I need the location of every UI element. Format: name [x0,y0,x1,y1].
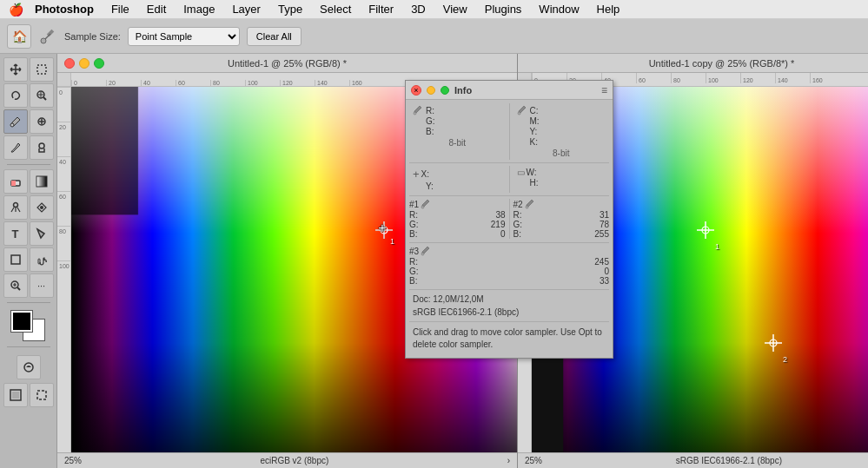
info-panel-title: Info [454,85,472,96]
info-divider-1 [509,103,510,160]
s2-g-label: G: [514,220,523,229]
menu-type[interactable]: Type [271,0,309,19]
menu-window[interactable]: Window [532,0,586,19]
pen-tool[interactable] [30,195,54,220]
brush-tool[interactable] [3,135,28,160]
info-close-button[interactable]: × [411,85,421,96]
menu-image[interactable]: Image [176,0,222,19]
info-rgb-section: R: G: B: 8-bit [409,103,506,160]
s1-r-label: R: [409,210,418,220]
path-selection-tool[interactable] [30,221,54,246]
shape-tool[interactable] [3,247,28,272]
gradient-tool[interactable] [30,169,54,194]
rect-icon: ▭ [517,168,525,177]
maximize-button-left[interactable] [94,58,104,69]
eyedropper-icon-1 [413,105,423,115]
s1-b-value: 0 [500,229,506,239]
svg-point-36 [518,112,520,115]
sampler-1-label: #1 [409,200,419,209]
info-y-label: Y: [530,127,538,136]
info-divider-3 [509,199,510,239]
spot-healing-tool[interactable] [30,109,54,134]
menu-filter[interactable]: Filter [361,0,401,19]
eyedropper-tool-icon[interactable] [38,27,57,46]
doc-left-zoom: 25% [64,456,82,465]
s1-b-label: B: [409,229,417,239]
main-area: T ··· [0,54,868,468]
zoom-tool[interactable] [3,274,28,298]
svg-point-11 [13,203,17,208]
menu-plugins[interactable]: Plugins [478,0,529,19]
svg-rect-10 [36,176,47,187]
info-y-label: Y: [426,181,434,191]
selection-tool[interactable] [30,57,54,82]
info-maximize-button[interactable] [441,86,449,95]
s3-g-label: G: [409,267,419,276]
hand-tool[interactable] [30,247,54,272]
info-x-label: X: [421,169,429,179]
menu-select[interactable]: Select [313,0,358,19]
s2-r-label: R: [514,210,522,220]
eyedropper-icon-s3 [421,246,431,256]
color-picker-area[interactable] [11,311,46,342]
menu-view[interactable]: View [436,0,474,19]
doc-left-titlebar: Untitled-1 @ 25% (RGB/8) * [57,54,517,73]
svg-point-5 [10,123,14,127]
foreground-color-swatch[interactable] [11,311,32,332]
doc-left-arrow[interactable]: › [507,456,510,465]
text-tool[interactable]: T [3,221,28,246]
eyedropper-icon-s2 [525,199,535,209]
artboard-tool[interactable] [30,383,54,407]
menu-file[interactable]: File [104,0,136,19]
canvas-area: Untitled-1 @ 25% (RGB/8) * 0 20 40 60 80… [57,54,868,468]
info-sampler-3-row: #3 R: 245 G: 0 [409,246,609,290]
sample-size-select[interactable]: Point Sample 3 by 3 Average 5 by 5 Avera… [128,27,240,46]
menu-help[interactable]: Help [590,0,627,19]
eyedropper-tool[interactable] [3,109,28,134]
menu-3d[interactable]: 3D [404,0,433,19]
quick-select-tool[interactable] [30,83,54,108]
menu-layer[interactable]: Layer [225,0,268,19]
s2-b-value: 255 [594,229,609,239]
eraser-tool[interactable] [3,169,28,194]
info-b-label: B: [426,127,434,136]
quick-mask-tool[interactable] [17,355,41,379]
lasso-tool[interactable] [3,83,28,108]
svg-rect-20 [39,392,44,398]
doc-left-statusbar: 25% eciRGB v2 (8bpc) › [57,452,517,468]
s3-r-value: 245 [594,257,609,267]
info-m-label: M: [530,116,540,126]
svg-point-37 [421,206,424,208]
info-doc-info: Doc: 12,0M/12,0M [409,293,609,306]
extra-tools[interactable]: ··· [30,274,54,298]
plus-icon: + [413,168,420,181]
svg-point-7 [39,143,44,148]
close-button-left[interactable] [64,58,75,69]
screen-mode-tool[interactable] [3,383,28,407]
s2-r-value: 31 [600,210,609,220]
info-c-label: C: [530,106,539,115]
move-tool[interactable] [3,57,28,82]
clear-all-button[interactable]: Clear All [247,27,301,46]
home-button[interactable]: 🏠 [7,24,31,49]
minimize-button-left[interactable] [79,58,89,69]
apple-icon: 🍎 [9,3,23,16]
info-divider-2 [509,166,510,193]
dodge-tool[interactable] [3,195,28,220]
info-g-label: G: [426,116,435,126]
menu-photoshop[interactable]: Photoshop [28,0,101,19]
clone-stamp-tool[interactable] [30,135,54,160]
svg-point-39 [421,253,424,255]
ruler-mark: 100 [245,80,280,86]
sampler-2-label: #2 [514,200,523,209]
apple-menu[interactable]: 🍎 [7,0,24,19]
info-r-label: R: [426,106,434,115]
eyedropper-icon-2 [517,105,527,115]
info-minimize-button[interactable] [427,86,435,95]
info-menu-icon[interactable]: ≡ [601,84,607,96]
menu-edit[interactable]: Edit [140,0,173,19]
s3-b-value: 33 [600,276,609,286]
ruler-mark: 160 [349,80,384,86]
info-color-profile: sRGB IEC61966-2.1 (8bpc) [409,306,609,319]
svg-point-35 [414,112,416,115]
